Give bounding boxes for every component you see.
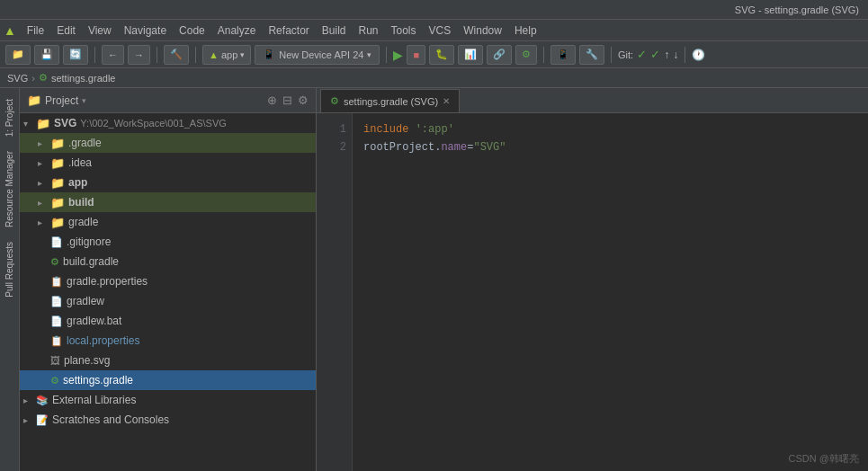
gradle2-label: gradle [68,216,98,228]
root-folder-icon: 📁 [36,117,50,130]
debug-btn[interactable]: 🐛 [429,45,454,65]
code-area[interactable]: include ':app' rootProject . name = "SVG… [353,113,868,471]
gradle-sync-btn[interactable]: ⚙ [515,45,537,65]
forward-btn[interactable]: → [128,45,150,65]
toolbar-sep3 [195,47,196,63]
menu-help[interactable]: Help [509,22,542,39]
git-push-icon[interactable]: ↑ [664,49,669,61]
menu-refactor[interactable]: Refactor [263,22,314,39]
toolbar-sep6 [611,47,612,63]
gradlew-label: gradlew [67,295,104,307]
gitignore-file-icon: 📄 [50,236,63,248]
menu-window[interactable]: Window [458,22,507,39]
avd-btn[interactable]: 📱 [550,45,576,65]
tree-item-gradlew[interactable]: 📄 gradlew [20,291,316,311]
breadcrumb-project[interactable]: SVG [7,73,28,84]
sdk-btn[interactable]: 🔧 [579,45,604,65]
buildgradle-file-icon: ⚙ [50,256,59,268]
planesvg-file-icon: 🖼 [50,355,60,366]
open-folder-btn[interactable]: 📁 [5,45,31,65]
breadcrumb-file[interactable]: settings.gradle [51,73,116,84]
tree-item-idea[interactable]: 📁 .idea [20,153,316,173]
tree-item-local-props[interactable]: 📋 local.properties [20,331,316,351]
idea-arrow-icon [38,158,50,168]
menu-build[interactable]: Build [317,22,352,39]
name-text: name [441,138,467,156]
git-pull-icon[interactable]: ↓ [673,49,678,61]
back-btn[interactable]: ← [102,45,124,65]
tree-item-gitignore[interactable]: 📄 .gitignore [20,232,316,252]
device-dropdown[interactable]: 📱 New Device API 24 ▾ [255,45,380,65]
gradle-folder-icon: 📁 [50,137,65,150]
menu-edit[interactable]: Edit [51,22,81,39]
title-text: SVG - settings.gradle (SVG) [735,4,859,15]
menu-navigate[interactable]: Navigate [119,22,172,39]
menu-code[interactable]: Code [174,22,210,39]
menu-bar: ▲ File Edit View Navigate Code Analyze R… [0,20,868,41]
sync-btn[interactable]: 🔄 [63,45,88,65]
menu-view[interactable]: View [83,22,117,39]
sidebar-tab-pull-requests[interactable]: Pull Requests [2,235,17,305]
menu-tools[interactable]: Tools [386,22,422,39]
root-path: Y:\002_WorkSpace\001_AS\SVG [80,118,226,129]
tree-item-buildgradle[interactable]: ⚙ build.gradle [20,252,316,271]
editor-tab-settings-gradle[interactable]: ⚙ settings.gradle (SVG) ✕ [320,89,460,112]
code-line-1: include ':app' [363,120,857,138]
app-label: app [221,49,237,60]
tab-close-icon[interactable]: ✕ [443,96,450,106]
toolbar-sep5 [543,47,544,63]
file-tree[interactable]: 📁 SVG Y:\002_WorkSpace\001_AS\SVG 📁 .gra… [20,113,316,471]
gradle2-folder-icon: 📁 [50,216,65,229]
tree-item-gradle-props[interactable]: 📋 gradle.properties [20,271,316,291]
gradleprops-file-icon: 📋 [50,276,63,288]
tree-item-plane-svg[interactable]: 🖼 plane.svg [20,351,316,370]
git-check2-icon: ✓ [650,48,660,61]
sidebar-tab-project[interactable]: 1: Project [2,92,17,144]
tree-item-scratches[interactable]: 📝 Scratches and Consoles [20,410,316,430]
attach-btn[interactable]: 🔗 [487,45,512,65]
extlibs-label: External Libraries [52,394,136,406]
toolbar-sep2 [157,47,157,63]
tree-item-root[interactable]: 📁 SVG Y:\002_WorkSpace\001_AS\SVG [20,113,316,133]
app-dropdown[interactable]: ▲ app ▾ [202,45,251,65]
tree-item-gradlew-bat[interactable]: 📄 gradlew.bat [20,311,316,331]
profile-btn[interactable]: 📊 [458,45,483,65]
panel-dropdown-icon[interactable]: ▾ [82,96,86,105]
gradlewbat-file-icon: 📄 [50,315,63,327]
android-logo: ▲ [4,23,16,38]
breadcrumb-gradle-icon: ⚙ [39,72,48,84]
tree-item-app[interactable]: 📁 app [20,173,316,192]
tree-item-build[interactable]: 📁 build [20,192,316,212]
line-num-2: 2 [322,138,346,156]
sidebar-tab-resource-manager[interactable]: Resource Manager [2,144,17,235]
settingsgradle-file-icon: ⚙ [50,375,59,387]
tree-item-gradle[interactable]: 📁 .gradle [20,133,316,153]
root-arrow-icon [23,119,36,129]
root-label: SVG [54,117,76,129]
stop-btn[interactable]: ■ [407,45,425,65]
tab-gradle-icon: ⚙ [330,95,339,107]
tree-item-external-libs[interactable]: 📚 External Libraries [20,390,316,410]
menu-run[interactable]: Run [353,22,384,39]
menu-analyze[interactable]: Analyze [212,22,262,39]
filter-icon[interactable]: ⊟ [282,93,292,107]
toolbar-sep4 [386,47,387,63]
watermark: CSDN @韩曙亮 [789,452,859,466]
run-button[interactable]: ▶ [393,48,403,62]
rootproject-text: rootProject [363,138,434,156]
tree-item-settings-gradle[interactable]: ⚙ settings.gradle [20,370,316,390]
space1 [408,120,415,138]
settings-icon[interactable]: ⚙ [298,93,309,107]
tree-item-gradle2[interactable]: 📁 gradle [20,212,316,232]
build-btn[interactable]: 🔨 [164,45,189,65]
tab-label: settings.gradle (SVG) [344,96,438,107]
menu-file[interactable]: File [22,22,49,39]
clock-icon[interactable]: 🕐 [692,49,705,61]
save-btn[interactable]: 💾 [34,45,59,65]
line-numbers: 1 2 [317,113,353,471]
menu-vcs[interactable]: VCS [424,22,457,39]
build-label: build [68,196,94,209]
dropdown-arrow-icon: ▾ [240,50,245,59]
locate-icon[interactable]: ⊕ [267,93,277,107]
line-num-1: 1 [322,120,346,138]
